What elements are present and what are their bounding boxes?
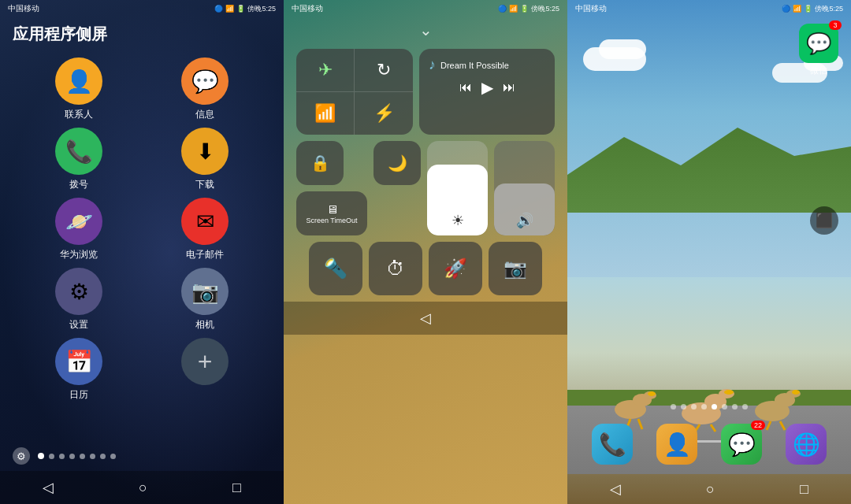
- timer-button[interactable]: ⏱: [369, 242, 422, 295]
- dock-phone[interactable]: 📞: [592, 424, 633, 465]
- app-contacts[interactable]: 👤 联系人: [19, 57, 139, 121]
- cc-col-buttons: 🔒 🖥 Screen TimeOut: [296, 141, 367, 235]
- browser-icon: 🪐: [55, 198, 102, 245]
- page-dot-1[interactable]: [671, 404, 676, 410]
- settings-label: 设置: [69, 318, 88, 332]
- browser-label: 华为浏览: [60, 248, 98, 261]
- do-not-disturb-button[interactable]: 🌙: [373, 141, 421, 185]
- camera-icon: 📷: [181, 268, 229, 315]
- page-dot-7[interactable]: [732, 404, 738, 410]
- carrier-panel1: 中国移动: [8, 3, 39, 14]
- dot-2[interactable]: [49, 454, 54, 459]
- app-browser[interactable]: 🪐 华为浏览: [19, 198, 139, 261]
- dot-5[interactable]: [80, 454, 85, 459]
- add-icon: +: [181, 338, 229, 385]
- cc-connectivity-block: ✈ ↻ 📶 ⚡: [296, 49, 413, 135]
- status-bar-panel1: 中国移动 🔵 📶 🔋 傍晚5:25: [0, 0, 284, 17]
- home-page-dots: [567, 404, 851, 410]
- email-label: 电子邮件: [186, 248, 224, 261]
- back-button-panel3[interactable]: ◁: [610, 480, 621, 498]
- app-add[interactable]: +: [145, 338, 265, 402]
- app-grid: 👤 联系人 💬 信息 📞 拨号 ⬇ 下载 🪐 华为浏览 ✉ 电子邮件: [0, 57, 284, 402]
- volume-slider[interactable]: 🔊: [494, 141, 555, 235]
- email-icon: ✉: [181, 198, 229, 245]
- camera-snap-button[interactable]: 📷: [489, 242, 542, 295]
- recent-button-panel1[interactable]: □: [232, 480, 241, 496]
- home-dock: 📞 👤 💬 22 🌐: [567, 424, 851, 465]
- dot-3[interactable]: [59, 454, 65, 459]
- page-dot-4[interactable]: [701, 404, 707, 410]
- wechat-badge: 3: [829, 20, 842, 30]
- app-settings[interactable]: ⚙ 设置: [19, 268, 139, 332]
- lock-rotation-button[interactable]: 🔒: [296, 141, 344, 185]
- screen-timeout-button[interactable]: 🖥 Screen TimeOut: [296, 191, 367, 235]
- chevron-down[interactable]: ⌄: [284, 17, 567, 43]
- status-bar-panel2: 中国移动 🔵 📶 🔋 傍晚5:25: [284, 0, 567, 17]
- bluetooth-button[interactable]: ⚡: [355, 92, 413, 135]
- volume-icon: 🔊: [516, 212, 533, 229]
- contacts-icon: 👤: [55, 57, 102, 105]
- camera-float-button[interactable]: ⬛: [810, 206, 838, 235]
- panel-app-sidebar: 中国移动 🔵 📶 🔋 傍晚5:25 应用程序侧屏 👤 联系人 💬 信息 📞 拨号…: [0, 0, 284, 504]
- panel-home-screen: 中国移动 🔵 📶 🔋 傍晚5:25 💬 3 微信 ⬛: [567, 0, 851, 504]
- phone-icon: 📞: [55, 128, 102, 175]
- home-button-panel1[interactable]: ○: [139, 480, 147, 496]
- app-email[interactable]: ✉ 电子邮件: [145, 198, 265, 261]
- music-controls: ⏮ ▶ ⏭: [429, 78, 545, 97]
- back-button-panel1[interactable]: ◁: [43, 479, 54, 496]
- status-bar-panel3: 中国移动 🔵 📶 🔋 傍晚5:25: [567, 0, 851, 17]
- dock-contacts-icon: 👤: [656, 424, 697, 465]
- home-button-panel3[interactable]: ○: [706, 481, 715, 498]
- dot-4[interactable]: [69, 454, 75, 459]
- rocket-button[interactable]: 🚀: [429, 242, 482, 295]
- home-top-apps: 💬 3 微信: [567, 17, 851, 83]
- screen-timeout-label: Screen TimeOut: [306, 217, 357, 225]
- app-phone[interactable]: 📞 拨号: [19, 128, 139, 191]
- wechat-app[interactable]: 💬 3 微信: [799, 24, 838, 76]
- brightness-icon: ☀: [452, 212, 464, 229]
- brightness-slider[interactable]: ☀: [427, 141, 488, 235]
- back-button-panel2[interactable]: ◁: [420, 309, 431, 327]
- music-song-title: Dream It Possible: [440, 61, 509, 70]
- recent-button-panel3[interactable]: □: [800, 481, 808, 498]
- next-track-button[interactable]: ⏭: [503, 80, 515, 94]
- dock-phone-icon: 📞: [592, 424, 633, 465]
- dot-7[interactable]: [100, 454, 106, 459]
- messages-icon: 💬: [181, 57, 229, 105]
- app-messages[interactable]: 💬 信息: [145, 57, 265, 121]
- dock-contacts[interactable]: 👤: [656, 424, 697, 465]
- dock-browser[interactable]: 🌐: [786, 424, 827, 465]
- cc-col-moon: 🌙: [373, 141, 421, 235]
- page-dot-6[interactable]: [722, 404, 727, 410]
- dot-1[interactable]: [38, 453, 44, 459]
- airplane-mode-button[interactable]: ✈: [296, 49, 355, 92]
- settings-dot[interactable]: ⚙: [13, 447, 30, 465]
- dock-messages[interactable]: 💬 22: [721, 424, 762, 465]
- screen-timeout-icon: 🖥: [326, 202, 338, 216]
- dot-8[interactable]: [110, 454, 116, 459]
- panel1-dots-row: ⚙: [0, 441, 284, 471]
- status-icons-panel2: 🔵 📶 🔋 傍晚5:25: [498, 4, 559, 14]
- page-dot-2[interactable]: [681, 404, 686, 410]
- dock-browser-icon: 🌐: [786, 424, 827, 465]
- play-pause-button[interactable]: ▶: [481, 78, 493, 97]
- nav-bar-panel3: ◁ ○ □: [567, 474, 851, 504]
- app-calendar[interactable]: 📅 日历: [19, 338, 139, 402]
- panel1-title: 应用程序侧屏: [0, 17, 284, 57]
- page-dot-8[interactable]: [742, 404, 748, 410]
- wifi-button[interactable]: 📶: [296, 92, 355, 135]
- status-icons-panel3: 🔵 📶 🔋 傍晚5:25: [782, 4, 843, 14]
- calendar-label: 日历: [69, 388, 88, 402]
- rotation-button[interactable]: ↻: [355, 49, 413, 92]
- page-dot-5[interactable]: [712, 404, 717, 410]
- flashlight-button[interactable]: 🔦: [309, 242, 362, 295]
- app-downloads[interactable]: ⬇ 下载: [145, 128, 265, 191]
- downloads-label: 下载: [195, 178, 214, 191]
- panel-control-center: 中国移动 🔵 📶 🔋 傍晚5:25 ⌄ ✈ ↻ 📶 ⚡ ♪ Dream It P…: [284, 0, 567, 504]
- dock-messages-icon: 💬 22: [721, 424, 762, 465]
- page-dot-3[interactable]: [691, 404, 697, 410]
- dot-6[interactable]: [90, 454, 95, 459]
- prev-track-button[interactable]: ⏮: [459, 80, 472, 94]
- app-camera[interactable]: 📷 相机: [145, 268, 265, 332]
- wechat-icon: 💬 3: [799, 24, 838, 63]
